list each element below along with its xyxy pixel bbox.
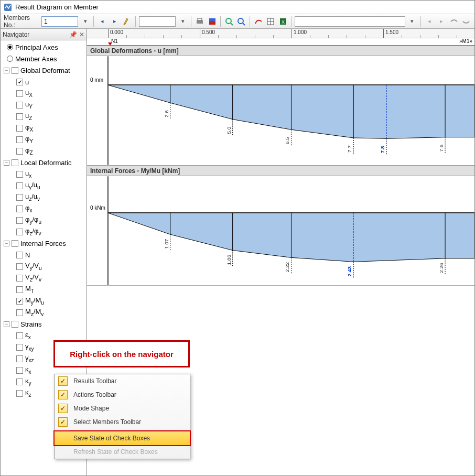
svg-text:1.86: 1.86	[226, 255, 232, 265]
tree-item-MzMv[interactable]: Mz/Mv	[1, 307, 87, 318]
zoom-in-icon[interactable]	[224, 16, 234, 27]
svg-rect-3	[209, 18, 215, 21]
ctx-item[interactable]: ✓Mode Shape	[55, 402, 190, 415]
dropdown-arrow-icon[interactable]: ▾	[80, 16, 91, 27]
print-icon[interactable]	[195, 16, 205, 27]
svg-line-6	[231, 23, 233, 25]
svg-point-5	[226, 18, 231, 24]
tree-item-phix[interactable]: φX	[1, 122, 87, 134]
chart-moment-title: Internal Forces - My/Mu [kNm]	[87, 166, 474, 176]
view2-icon[interactable]	[461, 16, 472, 27]
toolbar: Members No.: ▾ ◂ ▸ ▾ X ▾ ◂ ▸	[1, 14, 474, 29]
pick-member-icon[interactable]	[122, 16, 132, 27]
svg-line-8	[243, 23, 245, 25]
tree-item-VzVv[interactable]: Vz/Vv	[1, 272, 87, 284]
tree-group-internal[interactable]: −Internal Forces	[1, 237, 87, 249]
title-bar: Result Diagram on Member	[1, 1, 474, 14]
tree-item-phiyphiu[interactable]: φy/φu	[1, 214, 87, 226]
svg-text:2.6: 2.6	[164, 110, 169, 117]
view1-icon[interactable]	[449, 16, 459, 27]
chart-deform-title: Global Deformations - u [mm]	[87, 46, 474, 56]
tree-item-ux[interactable]: ux	[1, 168, 87, 180]
chart-deformations: Global Deformations - u [mm] 0 mm 2.65.0…	[87, 46, 474, 166]
tree-item-uzuv[interactable]: uz/uv	[1, 191, 87, 203]
svg-text:5.0: 5.0	[226, 126, 232, 134]
ruler: 0.0000.5001.0001.5002.000	[87, 29, 474, 38]
svg-point-7	[238, 18, 243, 24]
display-select[interactable]	[295, 16, 405, 27]
tree-item-u[interactable]: u	[1, 76, 87, 88]
callout-box: Right-click on the navigator	[53, 340, 190, 367]
prev2-icon[interactable]: ◂	[424, 16, 435, 27]
context-menu: ✓Results Toolbar✓Actions Toolbar✓Mode Sh…	[54, 374, 190, 459]
ctx-item[interactable]: ✓Actions Toolbar	[55, 388, 190, 402]
ctx-item[interactable]: ✓Results Toolbar	[55, 374, 190, 388]
next-arrow-icon[interactable]: ▸	[110, 16, 120, 27]
window-title: Result Diagram on Member	[15, 3, 99, 11]
svg-marker-14	[108, 42, 112, 46]
svg-text:X: X	[282, 19, 285, 25]
excel-icon[interactable]: X	[278, 16, 288, 27]
tree-group-global[interactable]: −Global Deformat	[1, 64, 87, 76]
navigator-header: Navigator 📌 ✕	[1, 29, 87, 40]
loadcase-select[interactable]	[139, 16, 176, 27]
close-nav-icon[interactable]: ✕	[79, 31, 84, 38]
node-bar: N1 »M1»	[87, 38, 474, 46]
svg-text:7.8: 7.8	[380, 146, 385, 153]
navigator-title: Navigator	[3, 31, 29, 38]
svg-rect-1	[197, 20, 203, 24]
pin-icon[interactable]: 📌	[69, 31, 77, 38]
svg-text:1.07: 1.07	[164, 239, 169, 249]
svg-rect-4	[209, 21, 215, 25]
members-input[interactable]	[41, 16, 78, 27]
tree-item-phix[interactable]: φx	[1, 203, 87, 214]
prev-arrow-icon[interactable]: ◂	[97, 16, 107, 27]
tree-group-strains[interactable]: −Strains	[1, 318, 87, 330]
ctx-save-state[interactable]: Save State of Check Boxes	[53, 430, 191, 446]
svg-text:2.43: 2.43	[347, 266, 352, 276]
tree-item-uz[interactable]: uZ	[1, 111, 87, 122]
svg-rect-2	[198, 18, 202, 20]
tree-item-N[interactable]: N	[1, 249, 87, 261]
node-end-label: »M1»	[459, 38, 472, 44]
app-icon	[4, 3, 12, 12]
ctx-item[interactable]: ✓Select Members Toolbar	[55, 415, 190, 429]
tree-item-MyMu[interactable]: My/Mu	[1, 295, 87, 307]
svg-text:2.22: 2.22	[284, 262, 290, 272]
tree-item-MT[interactable]: MT	[1, 284, 87, 295]
tree-item-phizphiv[interactable]: φz/φv	[1, 226, 87, 237]
tree-item-VyVu[interactable]: Vy/Vu	[1, 261, 87, 272]
chart-moment: Internal Forces - My/Mu [kNm] 0 kNm 1.07…	[87, 166, 474, 286]
members-label: Members No.:	[4, 14, 38, 29]
chart-moment-zero: 0 kNm	[90, 205, 105, 211]
svg-text:6.5: 6.5	[284, 137, 290, 144]
radio-principal-axes[interactable]: Principal Axes	[1, 41, 87, 53]
grid-icon[interactable]	[266, 16, 276, 27]
tree-item-uyuu[interactable]: uy/uu	[1, 180, 87, 191]
tree-group-local[interactable]: −Local Deformatic	[1, 157, 87, 168]
tree-item-ex[interactable]: εx	[1, 330, 87, 341]
tree-item-ux[interactable]: uX	[1, 88, 87, 99]
chart-deform-zero: 0 mm	[90, 77, 103, 83]
smooth-icon[interactable]	[253, 16, 264, 27]
ctx-refresh-state: Refresh State of Check Boxes	[55, 445, 190, 459]
svg-text:7.6: 7.6	[438, 144, 444, 152]
dropdown2-arrow-icon[interactable]: ▾	[178, 16, 188, 27]
zoom-out-icon[interactable]	[236, 16, 247, 27]
callout-text: Right-click on the navigator	[70, 350, 174, 359]
radio-member-axes[interactable]: Member Axes	[1, 53, 87, 64]
svg-text:2.26: 2.26	[438, 263, 444, 273]
flag-icon[interactable]	[207, 16, 218, 27]
dropdown3-arrow-icon[interactable]: ▾	[407, 16, 418, 27]
next2-icon[interactable]: ▸	[437, 16, 447, 27]
tree-item-phiy[interactable]: φY	[1, 134, 87, 145]
svg-text:7.7: 7.7	[347, 145, 352, 153]
tree-item-uy[interactable]: uY	[1, 99, 87, 111]
tree-item-phiz[interactable]: φZ	[1, 145, 87, 157]
